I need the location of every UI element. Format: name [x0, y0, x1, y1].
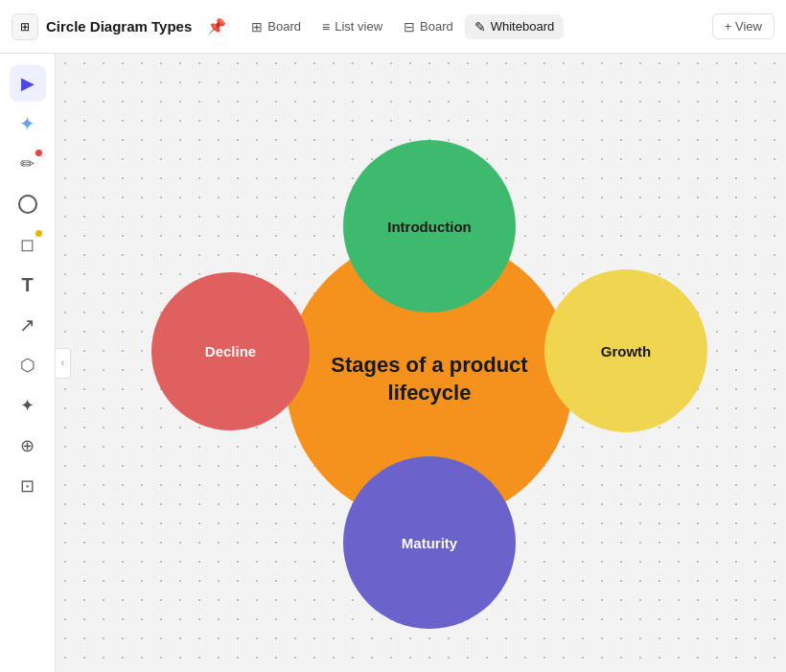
- board1-icon: ⊞: [251, 19, 263, 35]
- circle-decline-label: Decline: [205, 343, 256, 359]
- tool-image[interactable]: ⊡: [10, 468, 46, 504]
- tool-globe[interactable]: ⊕: [10, 428, 46, 464]
- listview-icon: ≡: [322, 19, 330, 35]
- network-icon: ⬡: [20, 355, 35, 376]
- sparkle-icon: ✦: [20, 395, 35, 416]
- circle-maturity: Maturity: [343, 456, 516, 629]
- circle-growth-label: Growth: [601, 343, 652, 359]
- tool-text[interactable]: T: [10, 266, 46, 303]
- circle-icon: [18, 195, 37, 214]
- tool-sparkle[interactable]: ✦: [10, 387, 46, 424]
- pencil-icon: ✏: [20, 153, 35, 174]
- pin-icon: 📌: [207, 17, 226, 35]
- circle-maturity-label: Maturity: [402, 535, 457, 551]
- main-layout: ▶ ✦ ✏ ◻ T ↗ ⬡ ✦ ⊕ ⊡: [0, 54, 786, 672]
- tool-network[interactable]: ⬡: [10, 347, 46, 383]
- circle-diagram: Stages of a product lifecycle Introducti…: [132, 130, 727, 629]
- app-logo: ⊞: [12, 13, 38, 40]
- tab-listview-label: List view: [335, 19, 382, 34]
- tab-board2-label: Board: [420, 19, 453, 34]
- toolbar-sidebar: ▶ ✦ ✏ ◻ T ↗ ⬡ ✦ ⊕ ⊡: [0, 54, 56, 672]
- tool-shapes[interactable]: ✦: [10, 105, 46, 142]
- circle-introduction: Introduction: [343, 140, 516, 313]
- tool-circle[interactable]: [10, 186, 46, 222]
- shapes-icon: ✦: [19, 112, 35, 135]
- tab-listview[interactable]: ≡ List view: [312, 14, 392, 39]
- tab-board2[interactable]: ⊟ Board: [394, 14, 463, 39]
- select-icon: ▶: [21, 73, 35, 94]
- tool-sticky[interactable]: ◻: [10, 226, 46, 263]
- tool-pencil[interactable]: ✏: [10, 146, 46, 182]
- pencil-dot: [35, 150, 42, 156]
- tool-arrow[interactable]: ↗: [10, 307, 46, 343]
- circle-introduction-label: Introduction: [387, 219, 471, 235]
- tab-board1-label: Board: [267, 19, 301, 34]
- whiteboard-icon: ✎: [474, 19, 486, 35]
- center-circle-label: Stages of a product lifecycle: [286, 333, 573, 426]
- logo-icon: ⊞: [20, 20, 30, 34]
- arrow-icon: ↗: [19, 313, 35, 336]
- header: ⊞ Circle Diagram Types 📌 ⊞ Board ≡ List …: [0, 0, 786, 54]
- tab-whiteboard-label: Whiteboard: [491, 19, 554, 34]
- sticky-icon: ◻: [20, 234, 35, 255]
- text-icon: T: [21, 274, 33, 296]
- add-view-button[interactable]: + View: [712, 13, 774, 39]
- sticky-dot: [35, 230, 42, 237]
- globe-icon: ⊕: [20, 435, 35, 456]
- board2-icon: ⊟: [404, 19, 415, 35]
- tool-select[interactable]: ▶: [10, 65, 46, 102]
- whiteboard-canvas[interactable]: ‹ Stages of a product lifecycle Introduc…: [56, 54, 786, 672]
- collapse-sidebar-button[interactable]: ‹: [56, 348, 71, 379]
- image-icon: ⊡: [20, 475, 35, 497]
- circle-growth: Growth: [544, 269, 707, 432]
- circle-decline: Decline: [151, 272, 310, 430]
- page-title: Circle Diagram Types: [46, 18, 192, 35]
- add-view-label: + View: [725, 19, 762, 34]
- nav-tabs: ⊞ Board ≡ List view ⊟ Board ✎ Whiteboard: [242, 14, 564, 39]
- tab-whiteboard[interactable]: ✎ Whiteboard: [465, 14, 564, 39]
- tab-board1[interactable]: ⊞ Board: [242, 14, 311, 39]
